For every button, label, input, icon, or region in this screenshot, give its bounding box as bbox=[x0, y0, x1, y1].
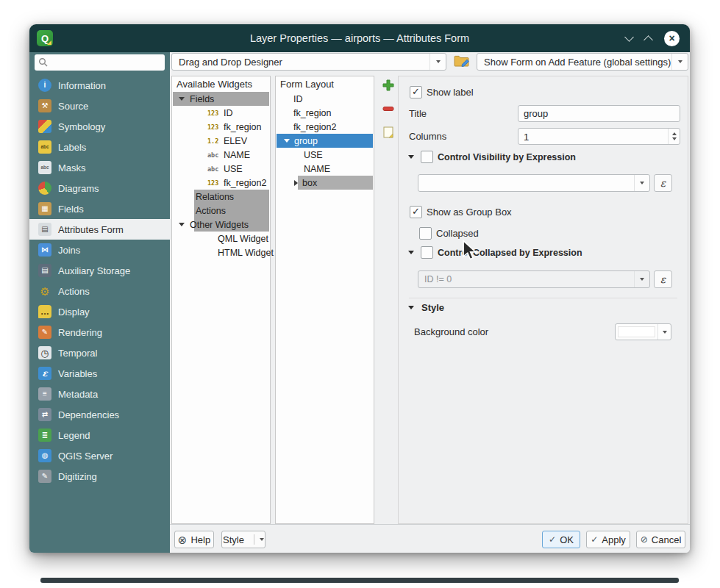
layout-item-box[interactable]: box bbox=[276, 176, 374, 190]
chevron-down-icon bbox=[429, 54, 446, 70]
columns-stepper[interactable]: 1 bbox=[518, 128, 680, 145]
sidebar-item-digitizing[interactable]: ✎Digitizing bbox=[29, 466, 170, 487]
collapsed-expression-value: ID != 0 bbox=[424, 274, 452, 284]
layout-item-group-selected[interactable]: group bbox=[276, 134, 374, 148]
auxiliary-storage-icon: ▤ bbox=[38, 264, 51, 277]
layout-item-fk-region2[interactable]: fk_region2 bbox=[276, 120, 374, 134]
form-designer-value: Drag and Drop Designer bbox=[179, 57, 282, 68]
apply-button[interactable]: ✓ Apply bbox=[586, 531, 630, 548]
legend-icon: ≣ bbox=[38, 429, 51, 442]
show-label-checkbox[interactable] bbox=[410, 86, 422, 98]
available-group-fields[interactable]: Fields bbox=[172, 92, 270, 106]
sidebar-item-attributes-form[interactable]: ▤Attributes Form bbox=[29, 219, 170, 240]
sidebar-item-fields[interactable]: ▦Fields bbox=[29, 198, 170, 219]
chevron-down-icon bbox=[657, 324, 671, 340]
search-input[interactable] bbox=[35, 54, 165, 71]
sidebar-item-rendering[interactable]: ✎Rendering bbox=[29, 322, 170, 343]
mouse-cursor bbox=[461, 240, 477, 262]
section-collapse-icon[interactable] bbox=[408, 306, 414, 309]
layout-item-use[interactable]: USE bbox=[276, 148, 374, 162]
collapsed-expression-select[interactable]: ID != 0 bbox=[418, 270, 650, 288]
cancel-button[interactable]: ⊘ Cancel bbox=[636, 531, 685, 548]
sidebar-item-symbology[interactable]: Symbology bbox=[29, 116, 170, 137]
available-field-elev[interactable]: 1.2 ELEV bbox=[172, 134, 270, 148]
available-field-fk-region[interactable]: 123 fk_region bbox=[172, 120, 270, 134]
sidebar-item-label: Information bbox=[58, 80, 106, 91]
style-button-label: Style bbox=[223, 534, 244, 545]
ok-button[interactable]: ✓ OK bbox=[542, 531, 580, 548]
available-field-id[interactable]: 123 ID bbox=[172, 106, 270, 120]
sidebar-item-dependencies[interactable]: ⇄Dependencies bbox=[29, 404, 170, 425]
collapse-arrow-icon[interactable] bbox=[284, 139, 290, 143]
expand-arrow-icon[interactable] bbox=[294, 180, 298, 186]
background-color-select[interactable] bbox=[615, 323, 671, 340]
sidebar-item-legend[interactable]: ≣Legend bbox=[29, 425, 170, 445]
control-visibility-checkbox[interactable] bbox=[421, 151, 433, 163]
sidebar-item-label: Dependencies bbox=[58, 409, 119, 420]
layout-item-name[interactable]: NAME bbox=[276, 162, 374, 176]
style-section-label: Style bbox=[421, 302, 444, 313]
layer-properties-window: Q Layer Properties — airports — Attribut… bbox=[29, 24, 690, 553]
remove-item-button[interactable] bbox=[379, 99, 398, 118]
available-field-use[interactable]: abc USE bbox=[172, 162, 270, 176]
title-input[interactable] bbox=[518, 105, 680, 122]
available-group-actions[interactable]: Actions bbox=[172, 204, 270, 218]
text-type-icon: abc bbox=[207, 151, 222, 159]
sidebar-item-metadata[interactable]: ≡Metadata bbox=[29, 384, 170, 404]
form-designer-select[interactable]: Drag and Drop Designer bbox=[171, 53, 446, 71]
collapsed-checkbox[interactable] bbox=[419, 227, 432, 240]
visibility-expression-builder-button[interactable]: ε bbox=[654, 174, 672, 192]
sidebar-item-labels[interactable]: abcLabels bbox=[29, 137, 170, 157]
help-button-label: Help bbox=[190, 534, 210, 545]
metadata-icon: ≡ bbox=[38, 387, 51, 401]
content-area: Drag and Drop Designer Show Form on Add … bbox=[170, 52, 690, 553]
close-icon[interactable]: × bbox=[664, 31, 680, 46]
layout-item-fk-region[interactable]: fk_region bbox=[276, 106, 374, 120]
info-icon: i bbox=[38, 79, 51, 92]
form-open-behavior-select[interactable]: Show Form on Add Feature (global setting… bbox=[477, 53, 688, 71]
sidebar-item-label: QGIS Server bbox=[58, 451, 113, 462]
control-collapsed-checkbox[interactable] bbox=[421, 246, 433, 259]
minimize-icon[interactable] bbox=[624, 32, 634, 42]
sidebar-item-source[interactable]: ⚒Source bbox=[29, 96, 170, 116]
sidebar-item-qgis-server[interactable]: ◍QGIS Server bbox=[29, 445, 170, 466]
sidebar-item-joins[interactable]: ⋈Joins bbox=[29, 240, 170, 260]
available-group-relations[interactable]: Relations bbox=[172, 190, 270, 204]
sidebar-item-information[interactable]: iInformation bbox=[29, 75, 170, 96]
collapse-arrow-icon[interactable] bbox=[179, 97, 185, 101]
decimal-type-icon: 1.2 bbox=[207, 137, 222, 145]
section-collapse-icon[interactable] bbox=[408, 251, 414, 254]
edit-item-button[interactable] bbox=[379, 123, 398, 142]
digitizing-icon: ✎ bbox=[38, 470, 51, 483]
fields-icon: ▦ bbox=[38, 202, 51, 215]
section-collapse-icon[interactable] bbox=[408, 155, 414, 159]
page-background: Q Layer Properties — airports — Attribut… bbox=[0, 0, 720, 588]
sidebar-item-label: Variables bbox=[58, 368, 97, 379]
titlebar[interactable]: Q Layer Properties — airports — Attribut… bbox=[29, 24, 690, 52]
sidebar-item-temporal[interactable]: ◷Temporal bbox=[29, 343, 170, 363]
configure-form-button[interactable] bbox=[452, 52, 471, 71]
plus-icon bbox=[382, 79, 395, 92]
help-button[interactable]: ⊕ Help bbox=[174, 531, 214, 548]
widget-settings-panel: Show label Title Columns 1 Control Visib… bbox=[398, 76, 688, 524]
sidebar-item-variables[interactable]: εVariables bbox=[29, 363, 170, 384]
layout-item-id[interactable]: ID bbox=[276, 92, 374, 106]
sidebar-item-masks[interactable]: abcMasks bbox=[29, 157, 170, 178]
add-container-button[interactable] bbox=[379, 76, 398, 95]
sidebar-item-auxiliary-storage[interactable]: ▤Auxiliary Storage bbox=[29, 260, 170, 281]
spinner-arrows[interactable] bbox=[668, 129, 680, 144]
available-field-name[interactable]: abc NAME bbox=[172, 148, 270, 162]
style-menu-button[interactable]: Style bbox=[221, 531, 265, 548]
show-as-group-box-checkbox[interactable] bbox=[410, 206, 422, 218]
available-group-other-widgets[interactable]: Other Widgets bbox=[172, 218, 270, 232]
collapsed-expression-builder-button[interactable]: ε bbox=[654, 270, 672, 288]
collapse-arrow-icon[interactable] bbox=[179, 223, 185, 226]
visibility-expression-select[interactable] bbox=[418, 174, 650, 192]
sidebar-item-diagrams[interactable]: Diagrams bbox=[29, 178, 170, 198]
sidebar-item-actions[interactable]: ⚙Actions bbox=[29, 281, 170, 301]
available-widget-qml[interactable]: QML Widget bbox=[172, 232, 270, 245]
maximize-icon[interactable] bbox=[644, 35, 653, 45]
sidebar-item-display[interactable]: …Display bbox=[29, 301, 170, 322]
available-widget-html[interactable]: HTML Widget bbox=[172, 245, 270, 259]
available-field-fk-region2[interactable]: 123 fk_region2 bbox=[172, 176, 270, 190]
